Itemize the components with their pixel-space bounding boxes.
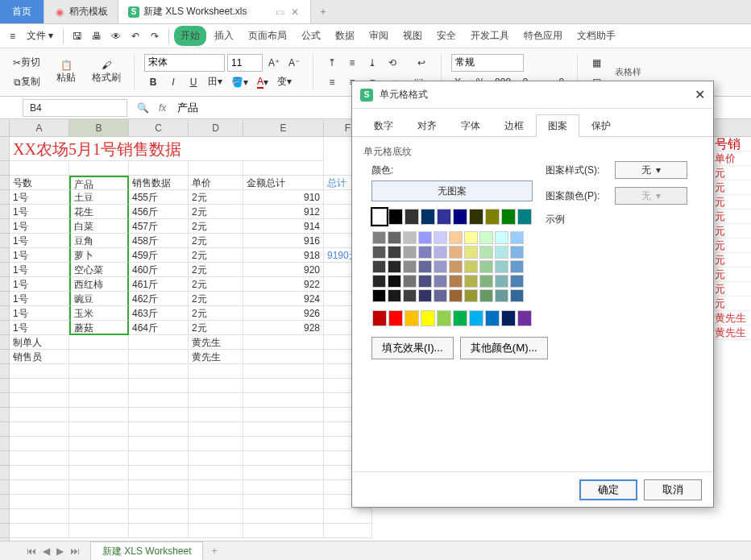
cell[interactable]: 1号 (10, 248, 69, 263)
cell[interactable] (243, 408, 324, 422)
cell[interactable] (129, 480, 189, 495)
cell[interactable]: 金额总计 (243, 176, 324, 190)
cell[interactable] (129, 393, 189, 408)
cell[interactable]: 926 (243, 306, 324, 321)
color-swatch[interactable] (464, 260, 478, 273)
cell[interactable] (10, 408, 69, 422)
cell[interactable] (10, 466, 69, 480)
menu-insert[interactable]: 插入 (208, 26, 240, 46)
color-swatch[interactable] (495, 289, 508, 302)
color-swatch[interactable] (405, 310, 419, 326)
dialog-tab[interactable]: 保护 (579, 114, 623, 137)
cell[interactable] (243, 480, 324, 495)
new-tab-button[interactable]: ＋ (311, 0, 335, 23)
cell[interactable] (324, 509, 372, 524)
font-size-select[interactable] (227, 54, 263, 72)
cell[interactable] (10, 524, 69, 538)
other-color-button[interactable]: 其他颜色(M)... (460, 337, 548, 359)
font-color-icon[interactable]: A▾ (254, 73, 272, 91)
cell[interactable] (129, 509, 189, 524)
cell[interactable] (129, 495, 189, 509)
cell[interactable] (189, 437, 243, 451)
sheet-next-icon[interactable]: ▶ (54, 545, 66, 557)
cell[interactable]: 916 (243, 234, 324, 248)
phonetic-icon[interactable]: 变▾ (274, 73, 295, 91)
conditional-format-icon[interactable]: ▦ (587, 54, 605, 72)
color-swatch[interactable] (449, 289, 463, 302)
cell[interactable] (189, 161, 243, 176)
menu-view[interactable]: 视图 (396, 26, 429, 46)
cell[interactable] (69, 495, 129, 509)
cell[interactable]: 空心菜 (69, 263, 129, 277)
cell[interactable]: 1号 (10, 263, 69, 277)
add-sheet-button[interactable]: ＋ (203, 541, 226, 560)
app-menu-icon[interactable]: ≡ (5, 28, 20, 44)
cell[interactable] (189, 408, 243, 422)
row-header[interactable] (0, 350, 9, 364)
color-swatch[interactable] (464, 289, 478, 302)
cell[interactable]: 455斤 (129, 190, 189, 205)
cell[interactable] (10, 509, 69, 524)
color-swatch[interactable] (510, 246, 524, 259)
color-swatch[interactable] (449, 246, 463, 259)
cell[interactable]: 457斤 (129, 219, 189, 234)
cell[interactable]: 2元 (189, 292, 243, 306)
row-header[interactable] (0, 176, 9, 190)
menu-special[interactable]: 特色应用 (517, 26, 569, 46)
cell[interactable]: 萝卜 (69, 248, 129, 263)
cell[interactable] (189, 364, 243, 379)
color-swatch[interactable] (405, 209, 419, 225)
cell[interactable]: 豆角 (69, 234, 129, 248)
color-swatch[interactable] (479, 275, 493, 288)
menu-security[interactable]: 安全 (430, 26, 463, 46)
dialog-tab[interactable]: 边框 (492, 114, 536, 137)
cell[interactable]: 922 (243, 277, 324, 292)
cell[interactable] (243, 422, 324, 437)
cell[interactable]: 920 (243, 263, 324, 277)
underline-icon[interactable]: U (185, 73, 202, 91)
row-header[interactable] (0, 277, 9, 292)
file-menu[interactable]: 文件 ▾ (22, 27, 58, 45)
color-swatch[interactable] (469, 310, 483, 326)
cell[interactable] (243, 495, 324, 509)
sheet-tab[interactable]: 新建 XLS Worksheet (90, 541, 203, 561)
cancel-button[interactable]: 取消 (644, 479, 702, 500)
number-format-select[interactable] (451, 54, 524, 72)
cell[interactable] (243, 509, 324, 524)
color-swatch[interactable] (479, 289, 493, 302)
cell[interactable]: 1号 (10, 292, 69, 306)
color-swatch[interactable] (418, 246, 432, 259)
tab-home[interactable]: 首页 (0, 0, 44, 23)
cell[interactable]: 1号 (10, 205, 69, 219)
cell[interactable]: 460斤 (129, 263, 189, 277)
row-header[interactable] (0, 205, 9, 219)
cell[interactable] (129, 422, 189, 437)
cell[interactable]: 黄先生 (189, 335, 243, 350)
cell[interactable] (10, 379, 69, 393)
cell[interactable] (129, 335, 189, 350)
cell[interactable]: 910 (243, 190, 324, 205)
cell[interactable] (69, 393, 129, 408)
cell[interactable]: 销售数据 (129, 176, 189, 190)
cell[interactable]: 462斤 (129, 292, 189, 306)
color-swatch[interactable] (469, 209, 483, 225)
row-header[interactable] (0, 335, 9, 350)
cell[interactable] (69, 350, 129, 364)
cell[interactable] (129, 350, 189, 364)
row-header[interactable] (0, 263, 9, 277)
cell[interactable] (189, 524, 243, 538)
cell[interactable]: 1号 (10, 219, 69, 234)
color-swatch[interactable] (434, 231, 447, 244)
color-swatch[interactable] (485, 209, 500, 225)
cell[interactable] (243, 335, 324, 350)
row-header[interactable] (0, 480, 9, 495)
cell[interactable] (243, 437, 324, 451)
preview-icon[interactable]: 👁 (107, 27, 125, 45)
cell[interactable] (243, 466, 324, 480)
row-header[interactable] (0, 292, 9, 306)
goto-icon[interactable]: 🔍 (134, 99, 152, 117)
cell[interactable] (69, 466, 129, 480)
row-header[interactable] (0, 364, 9, 379)
cell[interactable] (10, 364, 69, 379)
color-swatch[interactable] (418, 260, 432, 273)
